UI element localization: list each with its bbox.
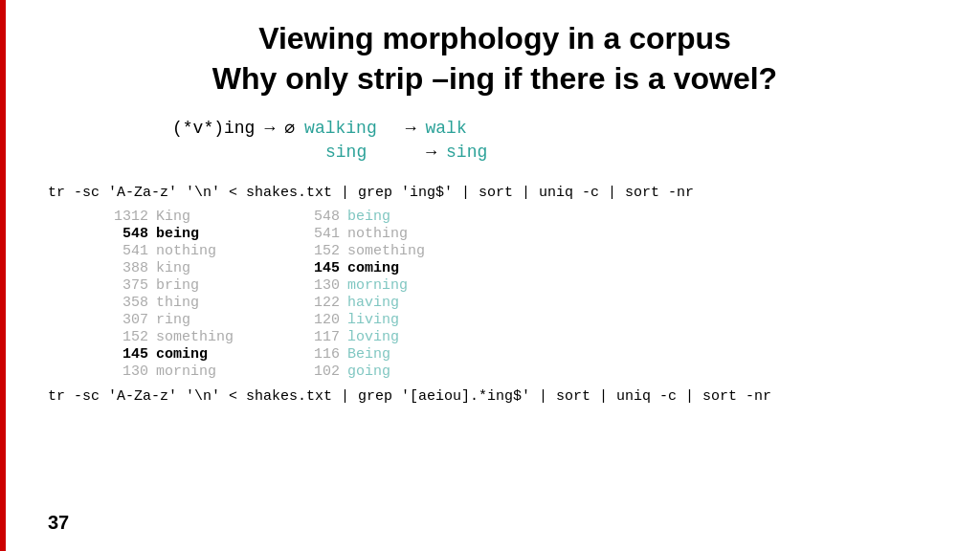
title-line2: Why only strip –ing if there is a vowel? [48, 59, 942, 99]
word: ring [156, 312, 190, 328]
count: 548 [105, 226, 148, 242]
slide-title: Viewing morphology in a corpus Why only … [48, 19, 942, 99]
count: 102 [297, 364, 340, 380]
count: 116 [297, 346, 340, 363]
count: 358 [105, 295, 148, 311]
count: 117 [297, 329, 340, 345]
table-row: 152something [297, 243, 488, 259]
table-row: 388king [105, 260, 297, 276]
column-right: 548being541nothing152something145coming1… [297, 209, 488, 381]
count: 152 [297, 243, 340, 259]
count: 120 [297, 312, 340, 328]
count: 130 [105, 364, 148, 380]
table-row: 548being [105, 226, 297, 242]
table-row: 145coming [105, 346, 297, 363]
table-row: 358thing [105, 295, 297, 311]
count: 145 [105, 346, 148, 363]
data-columns: 1312King548being541nothing388king375brin… [105, 209, 942, 381]
table-row: 541nothing [297, 226, 488, 242]
formula-arrow1: → [264, 119, 275, 138]
word: something [156, 329, 234, 345]
table-row: 548being [297, 209, 488, 225]
table-row: 130morning [297, 277, 488, 294]
example1-arrow: → [406, 119, 416, 138]
column-left: 1312King548being541nothing388king375brin… [105, 209, 297, 381]
table-row: 152something [105, 329, 297, 345]
count: 307 [105, 312, 148, 328]
count: 548 [297, 209, 340, 225]
word: going [347, 364, 390, 380]
table-row: 130morning [105, 364, 297, 380]
word: morning [156, 364, 216, 380]
table-row: 117loving [297, 329, 488, 345]
word: loving [347, 329, 399, 345]
word: nothing [156, 243, 216, 259]
example1-word: walking [304, 119, 377, 138]
count: 541 [105, 243, 148, 259]
count: 145 [297, 260, 340, 276]
table-row: 1312King [105, 209, 297, 225]
word: morning [347, 277, 408, 294]
word: living [347, 312, 399, 328]
table-row: 375bring [105, 277, 297, 294]
table-row: 122having [297, 295, 488, 311]
table-row: 145coming [297, 260, 488, 276]
command1: tr -sc 'A-Za-z' '\n' < shakes.txt | grep… [48, 185, 942, 201]
word: coming [156, 346, 208, 363]
table-row: 116Being [297, 346, 488, 363]
word: being [156, 226, 199, 242]
count: 388 [105, 260, 148, 276]
command2: tr -sc 'A-Za-z' '\n' < shakes.txt | grep… [48, 388, 942, 405]
example1-result: walk [426, 119, 467, 138]
count: 1312 [105, 209, 148, 225]
word: king [156, 260, 190, 276]
count: 152 [105, 329, 148, 345]
table-row: 307ring [105, 312, 297, 328]
word: King [156, 209, 190, 225]
word: thing [156, 295, 199, 311]
example2-arrow: → [426, 143, 436, 162]
word: nothing [347, 226, 408, 242]
table-row: 541nothing [105, 243, 297, 259]
example2-result: sing [446, 143, 487, 162]
table-row: 120living [297, 312, 488, 328]
count: 130 [297, 277, 340, 294]
page-number: 37 [48, 512, 69, 534]
formula-section: (*v*)ing → ∅ walking → walk sing → sing [172, 118, 942, 165]
word: being [347, 209, 390, 225]
count: 122 [297, 295, 340, 311]
title-line1: Viewing morphology in a corpus [48, 19, 942, 59]
word: bring [156, 277, 199, 294]
word: something [347, 243, 425, 259]
table-row: 102going [297, 364, 488, 380]
count: 375 [105, 277, 148, 294]
formula-empty: ∅ [284, 118, 295, 139]
formula-pattern: (*v*)ing [172, 119, 255, 138]
example2-word: sing [325, 143, 367, 162]
red-bar [0, 0, 6, 551]
word: coming [347, 260, 399, 276]
word: having [347, 295, 399, 311]
word: Being [347, 346, 390, 363]
count: 541 [297, 226, 340, 242]
